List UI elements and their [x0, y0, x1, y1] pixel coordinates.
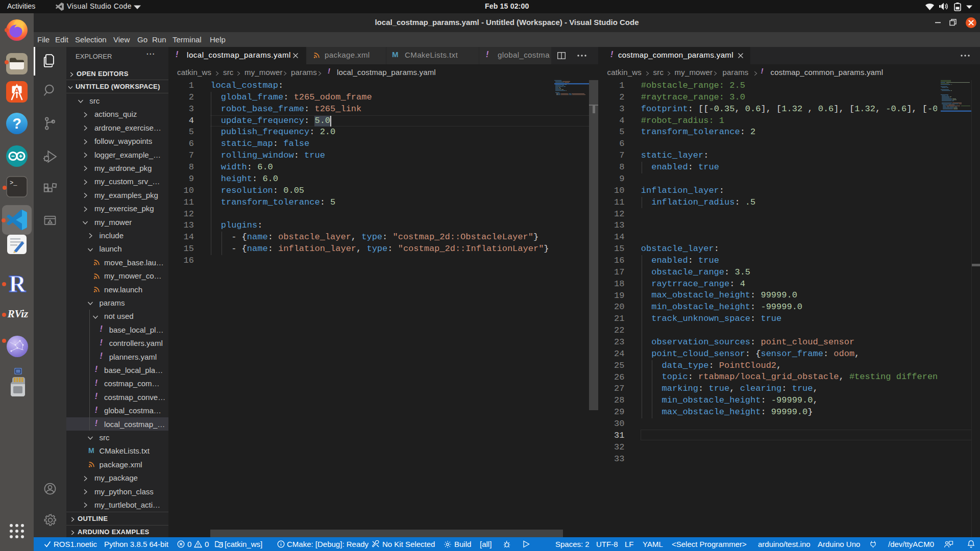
svg-text:>_: >_: [10, 180, 17, 187]
svg-text:A: A: [14, 86, 20, 94]
svg-text:R: R: [9, 271, 26, 296]
svg-text:RViz: RViz: [7, 308, 29, 320]
svg-text:?: ?: [12, 115, 21, 132]
